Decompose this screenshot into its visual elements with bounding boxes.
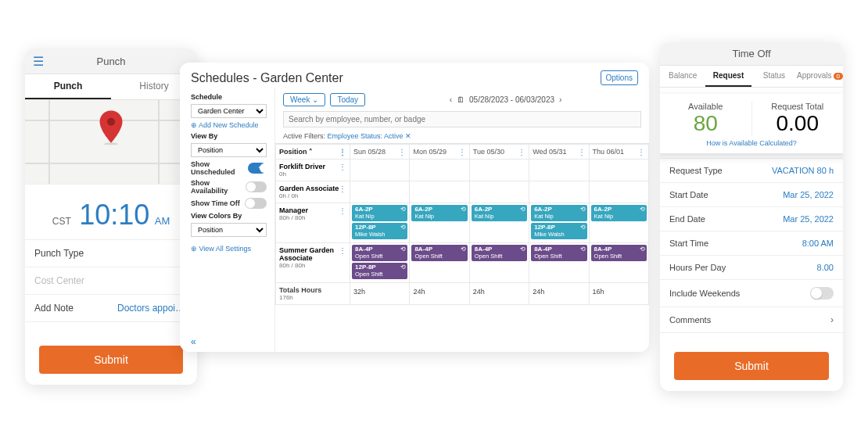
shift-menu-icon[interactable]: ⟲ [580,224,586,231]
kebab-icon[interactable]: ⋮ [518,148,525,156]
tab-balance[interactable]: Balance [660,66,705,87]
toggle-show-availability[interactable] [246,181,267,192]
employee-search-input[interactable] [283,111,641,127]
schedule-cell[interactable]: 8A-4POpen Shift⟲ [529,243,589,283]
col-day-3[interactable]: Wed 05/31⋮ [529,145,589,160]
add-new-schedule-link[interactable]: ⊕ Add New Schedule [191,121,267,129]
shift-block[interactable]: 6A-2PKat Nip⟲ [352,205,407,221]
week-dropdown-button[interactable]: Week⌄ [283,93,325,106]
schedule-cell[interactable] [529,160,589,181]
toggle-show-unscheduled[interactable]: ✓ [248,163,267,174]
timeoff-submit-button[interactable]: Submit [674,352,829,380]
row-comments[interactable]: Comments › [660,307,843,333]
col-day-4[interactable]: Thu 06/01⋮ [589,145,648,160]
filter-pill[interactable]: Employee Status: Active✕ [328,132,411,140]
row-start-time[interactable]: Start Time 8:00 AM [660,231,843,256]
hamburger-icon[interactable]: ☰ [33,54,44,69]
calendar-icon[interactable]: 🗓 [457,95,464,104]
today-button[interactable]: Today [330,93,365,106]
schedule-cell[interactable] [529,181,589,203]
shift-menu-icon[interactable]: ⟲ [400,206,406,213]
shift-block[interactable]: 8A-4POpen Shift⟲ [591,245,647,261]
schedule-cell[interactable]: 6A-2PKat Nip⟲12P-8PMike Walsh⟲ [350,203,410,243]
shift-menu-icon[interactable]: ⟲ [520,206,525,213]
schedule-cell[interactable] [410,181,469,203]
kebab-icon[interactable]: ⋮ [398,148,406,156]
tab-status[interactable]: Status [751,66,797,87]
shift-menu-icon[interactable]: ⟲ [640,206,645,213]
shift-block[interactable]: 12P-8PMike Walsh⟲ [531,223,586,239]
kebab-icon[interactable]: ⋮ [339,246,346,255]
row-end-date[interactable]: End Date Mar 25, 2022 [660,207,843,231]
schedule-cell[interactable] [469,181,529,203]
shift-menu-icon[interactable]: ⟲ [520,246,525,253]
tab-approvals[interactable]: Approvals0 [797,66,843,87]
schedule-cell[interactable]: 6A-2PKat Nip⟲ [589,203,648,243]
options-button[interactable]: Options [601,70,638,85]
kebab-icon[interactable]: ⋮ [339,185,346,193]
shift-block[interactable]: 6A-2PKat Nip⟲ [411,205,467,221]
next-range-icon[interactable]: › [559,95,561,104]
kebab-icon[interactable]: ⋮ [578,148,586,156]
shift-menu-icon[interactable]: ⟲ [400,264,406,271]
toggle-include-weekends[interactable] [810,287,834,299]
kebab-icon[interactable]: ⋮ [339,206,346,215]
toggle-show-time-off[interactable] [245,198,267,209]
prev-range-icon[interactable]: ‹ [450,95,452,104]
shift-menu-icon[interactable]: ⟲ [580,246,586,253]
schedule-cell[interactable]: 6A-2PKat Nip⟲12P-8PMike Walsh⟲ [529,203,589,243]
punch-submit-button[interactable]: Submit [39,346,183,374]
schedule-cell[interactable]: 8A-4POpen Shift⟲ [410,243,469,283]
shift-menu-icon[interactable]: ⟲ [400,224,406,231]
collapse-sidebar-icon[interactable]: « [191,336,267,347]
col-day-0[interactable]: Sun 05/28⋮ [350,145,410,160]
shift-menu-icon[interactable]: ⟲ [400,246,406,253]
available-calc-link[interactable]: How is Available Calculated? [706,139,796,147]
shift-block[interactable]: 12P-8POpen Shift⟲ [352,263,407,279]
sort-asc-icon[interactable]: ˄ [309,148,313,156]
col-day-1[interactable]: Mon 05/29⋮ [410,145,469,160]
row-punch-type[interactable]: Punch Type [25,240,197,267]
tab-request[interactable]: Request [705,66,751,87]
schedule-cell[interactable] [350,160,410,181]
shift-menu-icon[interactable]: ⟲ [461,246,466,253]
schedule-cell[interactable] [350,181,410,203]
colors-by-select[interactable]: Position [191,223,267,237]
schedule-cell[interactable]: 8A-4POpen Shift⟲ [469,243,529,283]
row-add-note[interactable]: Add Note Doctors appoint… [25,295,197,322]
shift-menu-icon[interactable]: ⟲ [580,206,586,213]
tab-punch[interactable]: Punch [25,74,111,99]
kebab-icon[interactable]: ⋮ [339,163,346,171]
remove-filter-icon[interactable]: ✕ [405,132,411,140]
schedule-select[interactable]: Garden Center [191,104,267,118]
schedule-cell[interactable] [589,160,648,181]
schedule-cell[interactable]: 6A-2PKat Nip⟲ [410,203,469,243]
row-request-type[interactable]: Request Type VACATION 80 h [660,159,843,183]
shift-block[interactable]: 8A-4POpen Shift⟲ [531,245,586,261]
shift-block[interactable]: 12P-8PMike Walsh⟲ [352,223,407,239]
view-by-select[interactable]: Position [191,143,267,157]
kebab-icon[interactable]: ⋮ [339,148,346,156]
shift-block[interactable]: 8A-4POpen Shift⟲ [472,245,527,261]
shift-menu-icon[interactable]: ⟲ [461,206,466,213]
view-all-settings-link[interactable]: ⊕ View All Settings [191,245,267,253]
shift-block[interactable]: 6A-2PKat Nip⟲ [591,205,647,221]
col-position[interactable]: Position ˄⋮ [276,145,350,160]
shift-block[interactable]: 6A-2PKat Nip⟲ [531,205,586,221]
row-cost-center[interactable]: Cost Center [25,267,197,295]
kebab-icon[interactable]: ⋮ [637,148,645,156]
row-start-date[interactable]: Start Date Mar 25, 2022 [660,183,843,207]
shift-menu-icon[interactable]: ⟲ [640,246,645,253]
kebab-icon[interactable]: ⋮ [458,148,466,156]
shift-block[interactable]: 6A-2PKat Nip⟲ [472,205,527,221]
schedule-cell[interactable] [410,160,469,181]
row-hours-per-day[interactable]: Hours Per Day 8.00 [660,256,843,280]
schedule-cell[interactable] [469,160,529,181]
schedule-cell[interactable]: 6A-2PKat Nip⟲ [469,203,529,243]
shift-block[interactable]: 8A-4POpen Shift⟲ [352,245,407,261]
schedule-cell[interactable] [589,181,648,203]
schedule-cell[interactable]: 8A-4POpen Shift⟲ [589,243,648,283]
col-day-2[interactable]: Tue 05/30⋮ [469,145,529,160]
schedule-cell[interactable]: 8A-4POpen Shift⟲12P-8POpen Shift⟲ [350,243,410,283]
shift-block[interactable]: 8A-4POpen Shift⟲ [411,245,467,261]
